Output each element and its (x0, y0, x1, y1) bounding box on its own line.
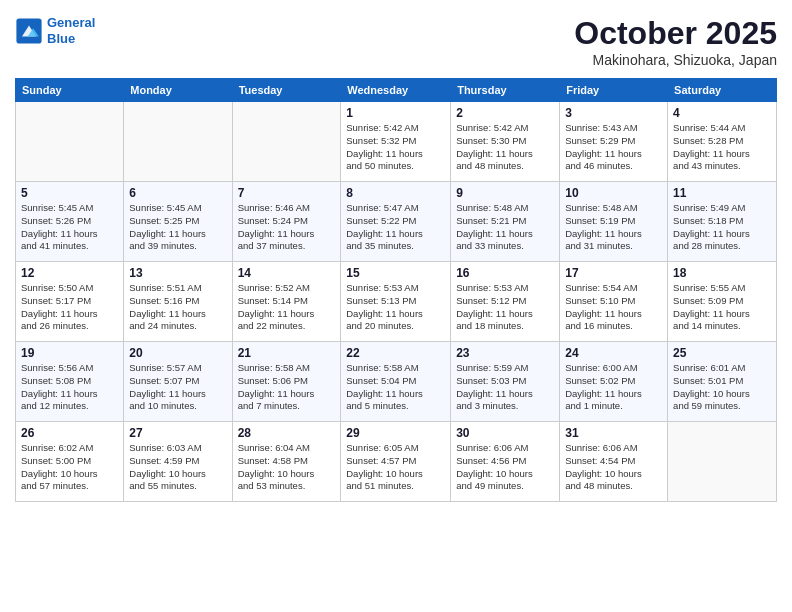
day-info: Sunrise: 5:47 AM Sunset: 5:22 PM Dayligh… (346, 202, 445, 253)
day-cell: 5Sunrise: 5:45 AM Sunset: 5:26 PM Daylig… (16, 182, 124, 262)
day-info: Sunrise: 5:54 AM Sunset: 5:10 PM Dayligh… (565, 282, 662, 333)
day-cell: 29Sunrise: 6:05 AM Sunset: 4:57 PM Dayli… (341, 422, 451, 502)
week-row-5: 26Sunrise: 6:02 AM Sunset: 5:00 PM Dayli… (16, 422, 777, 502)
day-info: Sunrise: 6:06 AM Sunset: 4:54 PM Dayligh… (565, 442, 662, 493)
logo-line1: General (47, 15, 95, 30)
location-subtitle: Makinohara, Shizuoka, Japan (574, 52, 777, 68)
day-info: Sunrise: 6:02 AM Sunset: 5:00 PM Dayligh… (21, 442, 118, 493)
day-cell: 23Sunrise: 5:59 AM Sunset: 5:03 PM Dayli… (451, 342, 560, 422)
day-info: Sunrise: 5:53 AM Sunset: 5:13 PM Dayligh… (346, 282, 445, 333)
day-cell (16, 102, 124, 182)
day-cell: 12Sunrise: 5:50 AM Sunset: 5:17 PM Dayli… (16, 262, 124, 342)
day-info: Sunrise: 5:56 AM Sunset: 5:08 PM Dayligh… (21, 362, 118, 413)
day-cell: 2Sunrise: 5:42 AM Sunset: 5:30 PM Daylig… (451, 102, 560, 182)
day-number: 2 (456, 106, 554, 120)
day-info: Sunrise: 5:42 AM Sunset: 5:32 PM Dayligh… (346, 122, 445, 173)
day-info: Sunrise: 5:49 AM Sunset: 5:18 PM Dayligh… (673, 202, 771, 253)
day-cell: 8Sunrise: 5:47 AM Sunset: 5:22 PM Daylig… (341, 182, 451, 262)
logo: General Blue (15, 15, 95, 46)
day-number: 17 (565, 266, 662, 280)
day-cell: 16Sunrise: 5:53 AM Sunset: 5:12 PM Dayli… (451, 262, 560, 342)
day-info: Sunrise: 5:48 AM Sunset: 5:19 PM Dayligh… (565, 202, 662, 253)
day-info: Sunrise: 5:57 AM Sunset: 5:07 PM Dayligh… (129, 362, 226, 413)
day-cell: 31Sunrise: 6:06 AM Sunset: 4:54 PM Dayli… (560, 422, 668, 502)
day-info: Sunrise: 6:04 AM Sunset: 4:58 PM Dayligh… (238, 442, 336, 493)
day-number: 23 (456, 346, 554, 360)
day-info: Sunrise: 5:45 AM Sunset: 5:25 PM Dayligh… (129, 202, 226, 253)
day-number: 7 (238, 186, 336, 200)
week-row-3: 12Sunrise: 5:50 AM Sunset: 5:17 PM Dayli… (16, 262, 777, 342)
title-block: October 2025 Makinohara, Shizuoka, Japan (574, 15, 777, 68)
day-cell: 21Sunrise: 5:58 AM Sunset: 5:06 PM Dayli… (232, 342, 341, 422)
weekday-header-sunday: Sunday (16, 79, 124, 102)
day-number: 29 (346, 426, 445, 440)
day-number: 31 (565, 426, 662, 440)
day-info: Sunrise: 6:01 AM Sunset: 5:01 PM Dayligh… (673, 362, 771, 413)
day-info: Sunrise: 5:48 AM Sunset: 5:21 PM Dayligh… (456, 202, 554, 253)
day-number: 24 (565, 346, 662, 360)
day-number: 20 (129, 346, 226, 360)
day-number: 21 (238, 346, 336, 360)
day-info: Sunrise: 5:42 AM Sunset: 5:30 PM Dayligh… (456, 122, 554, 173)
day-number: 25 (673, 346, 771, 360)
day-cell: 7Sunrise: 5:46 AM Sunset: 5:24 PM Daylig… (232, 182, 341, 262)
day-cell: 3Sunrise: 5:43 AM Sunset: 5:29 PM Daylig… (560, 102, 668, 182)
day-cell: 10Sunrise: 5:48 AM Sunset: 5:19 PM Dayli… (560, 182, 668, 262)
day-cell: 26Sunrise: 6:02 AM Sunset: 5:00 PM Dayli… (16, 422, 124, 502)
day-cell: 19Sunrise: 5:56 AM Sunset: 5:08 PM Dayli… (16, 342, 124, 422)
day-info: Sunrise: 6:03 AM Sunset: 4:59 PM Dayligh… (129, 442, 226, 493)
day-info: Sunrise: 5:43 AM Sunset: 5:29 PM Dayligh… (565, 122, 662, 173)
day-number: 19 (21, 346, 118, 360)
logo-icon (15, 17, 43, 45)
day-cell: 13Sunrise: 5:51 AM Sunset: 5:16 PM Dayli… (124, 262, 232, 342)
day-cell: 9Sunrise: 5:48 AM Sunset: 5:21 PM Daylig… (451, 182, 560, 262)
weekday-header-saturday: Saturday (668, 79, 777, 102)
weekday-header-wednesday: Wednesday (341, 79, 451, 102)
day-cell: 15Sunrise: 5:53 AM Sunset: 5:13 PM Dayli… (341, 262, 451, 342)
day-number: 3 (565, 106, 662, 120)
day-cell: 22Sunrise: 5:58 AM Sunset: 5:04 PM Dayli… (341, 342, 451, 422)
day-number: 11 (673, 186, 771, 200)
day-cell (232, 102, 341, 182)
week-row-4: 19Sunrise: 5:56 AM Sunset: 5:08 PM Dayli… (16, 342, 777, 422)
day-info: Sunrise: 5:58 AM Sunset: 5:04 PM Dayligh… (346, 362, 445, 413)
day-number: 27 (129, 426, 226, 440)
day-info: Sunrise: 5:46 AM Sunset: 5:24 PM Dayligh… (238, 202, 336, 253)
day-number: 1 (346, 106, 445, 120)
day-cell (668, 422, 777, 502)
day-number: 22 (346, 346, 445, 360)
weekday-header-friday: Friday (560, 79, 668, 102)
day-number: 8 (346, 186, 445, 200)
day-number: 28 (238, 426, 336, 440)
day-info: Sunrise: 5:45 AM Sunset: 5:26 PM Dayligh… (21, 202, 118, 253)
day-info: Sunrise: 5:59 AM Sunset: 5:03 PM Dayligh… (456, 362, 554, 413)
day-cell: 24Sunrise: 6:00 AM Sunset: 5:02 PM Dayli… (560, 342, 668, 422)
weekday-header-tuesday: Tuesday (232, 79, 341, 102)
day-cell: 6Sunrise: 5:45 AM Sunset: 5:25 PM Daylig… (124, 182, 232, 262)
day-info: Sunrise: 5:51 AM Sunset: 5:16 PM Dayligh… (129, 282, 226, 333)
day-cell: 1Sunrise: 5:42 AM Sunset: 5:32 PM Daylig… (341, 102, 451, 182)
day-number: 10 (565, 186, 662, 200)
day-info: Sunrise: 5:50 AM Sunset: 5:17 PM Dayligh… (21, 282, 118, 333)
day-info: Sunrise: 5:44 AM Sunset: 5:28 PM Dayligh… (673, 122, 771, 173)
day-cell: 4Sunrise: 5:44 AM Sunset: 5:28 PM Daylig… (668, 102, 777, 182)
day-cell: 20Sunrise: 5:57 AM Sunset: 5:07 PM Dayli… (124, 342, 232, 422)
day-cell: 25Sunrise: 6:01 AM Sunset: 5:01 PM Dayli… (668, 342, 777, 422)
page-header: General Blue October 2025 Makinohara, Sh… (15, 15, 777, 68)
week-row-2: 5Sunrise: 5:45 AM Sunset: 5:26 PM Daylig… (16, 182, 777, 262)
day-info: Sunrise: 6:00 AM Sunset: 5:02 PM Dayligh… (565, 362, 662, 413)
day-cell: 14Sunrise: 5:52 AM Sunset: 5:14 PM Dayli… (232, 262, 341, 342)
day-number: 15 (346, 266, 445, 280)
day-number: 5 (21, 186, 118, 200)
day-number: 6 (129, 186, 226, 200)
day-cell: 17Sunrise: 5:54 AM Sunset: 5:10 PM Dayli… (560, 262, 668, 342)
day-number: 9 (456, 186, 554, 200)
weekday-header-row: SundayMondayTuesdayWednesdayThursdayFrid… (16, 79, 777, 102)
day-number: 4 (673, 106, 771, 120)
day-cell: 11Sunrise: 5:49 AM Sunset: 5:18 PM Dayli… (668, 182, 777, 262)
day-number: 18 (673, 266, 771, 280)
day-info: Sunrise: 5:52 AM Sunset: 5:14 PM Dayligh… (238, 282, 336, 333)
week-row-1: 1Sunrise: 5:42 AM Sunset: 5:32 PM Daylig… (16, 102, 777, 182)
day-number: 30 (456, 426, 554, 440)
logo-line2: Blue (47, 31, 75, 46)
